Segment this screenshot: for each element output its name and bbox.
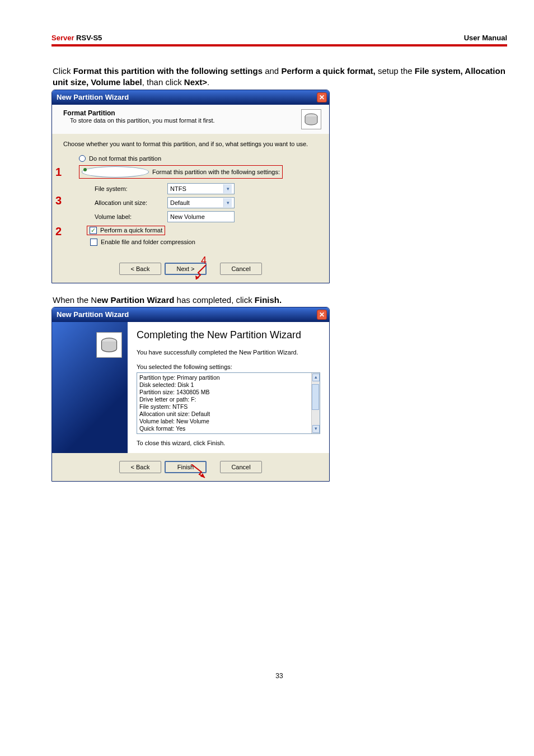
volume-label-input[interactable]: New Volume	[167, 211, 235, 222]
lead-subtitle: To store data on this partition, you mus…	[70, 117, 215, 124]
finish-button[interactable]: Finish	[165, 461, 207, 473]
chevron-down-icon: ▾	[223, 184, 232, 193]
header-right: User Manual	[464, 34, 507, 42]
check-icon: ✓	[90, 227, 97, 234]
field-volume-label: Volume label: New Volume	[95, 211, 318, 222]
field-file-system: File system: NTFS ▾	[95, 183, 318, 194]
i1-b1: Format this partition with the following…	[73, 66, 263, 76]
i2-b2: Finish.	[255, 295, 282, 305]
next-button[interactable]: Next > 4	[165, 263, 207, 275]
back-label: < Back	[131, 265, 150, 272]
i2-mid: has completed, click	[174, 295, 254, 305]
list-item: Volume label: New Volume	[139, 418, 311, 425]
back-button[interactable]: < Back	[119, 461, 161, 473]
page-header: Server RSV-S5 User Manual	[51, 34, 507, 44]
arrow-icon	[195, 265, 209, 279]
new-partition-wizard-format: New Partition Wizard ✕ Format Partition …	[51, 90, 330, 283]
i1-b2: Perform a quick format,	[281, 66, 375, 76]
page-number: 33	[51, 672, 507, 680]
format-prompt: Choose whether you want to format this p…	[63, 141, 318, 147]
list-item: Partition size: 1430805 MB	[139, 389, 311, 396]
i2-pre: When the N	[53, 295, 97, 305]
callout-4: 4	[201, 255, 207, 267]
radio-do-not-format[interactable]: Do not format this partition	[79, 155, 318, 162]
cancel-button[interactable]: Cancel	[220, 461, 262, 473]
wizard-buttons: < Back Next > 4 Cancel	[52, 255, 329, 283]
vl-value: New Volume	[170, 213, 205, 220]
window-title: New Partition Wizard	[57, 310, 129, 319]
header-server: Server	[51, 34, 74, 42]
list-item: Quick format: Yes	[139, 425, 311, 432]
window-title: New Partition Wizard	[57, 93, 129, 101]
callout-3: 3	[55, 194, 62, 207]
radio-label-yes: Format this partition with the following…	[152, 169, 280, 175]
complete-done-text: You have successfully completed the New …	[137, 349, 320, 356]
scrollbar[interactable]: ▴ ▾	[311, 373, 320, 433]
i1-end: .	[207, 77, 209, 87]
quick-format-label: Perform a quick format	[100, 227, 162, 234]
cancel-label: Cancel	[231, 265, 250, 272]
radio-icon	[79, 155, 86, 162]
fs-label: File system:	[95, 185, 167, 192]
au-label: Allocation unit size:	[95, 199, 167, 206]
chevron-down-icon: ▾	[223, 198, 232, 207]
next-label: Next >	[176, 265, 194, 272]
settings-summary-list[interactable]: Partition type: Primary partition Disk s…	[137, 372, 320, 434]
list-item: Allocation unit size: Default	[139, 410, 311, 418]
instruction-1: Click Format this partition with the fol…	[51, 66, 507, 88]
i2-b1: ew Partition Wizard	[97, 295, 174, 305]
new-partition-wizard-complete: New Partition Wizard ✕ Completing the Ne…	[51, 307, 330, 482]
wizard-lead: Format Partition To store data on this p…	[52, 105, 329, 134]
wizard-buttons: < Back Finish Cancel	[52, 453, 329, 481]
disk-icon	[301, 109, 321, 129]
finish-label: Finish	[177, 464, 194, 470]
list-item: Drive letter or path: F:	[139, 396, 311, 403]
au-value: Default	[170, 199, 190, 206]
list-item: Disk selected: Disk 1	[139, 381, 311, 389]
checkbox-enable-compression[interactable]: Enable file and folder compression	[90, 239, 318, 246]
checkbox-quick-format[interactable]: ✓ Perform a quick format	[87, 226, 318, 235]
titlebar[interactable]: New Partition Wizard ✕	[52, 90, 329, 105]
lead-title: Format Partition	[63, 109, 215, 117]
list-item: Partition type: Primary partition	[139, 374, 311, 381]
wizard-banner	[52, 322, 128, 453]
scroll-down-icon[interactable]: ▾	[312, 425, 320, 433]
i1-m1: and	[263, 66, 281, 76]
i1-pre: Click	[53, 66, 73, 76]
close-instruction: To close this wizard, click Finish.	[137, 440, 320, 446]
header-left: Server RSV-S5	[51, 34, 102, 42]
header-model: RSV-S5	[74, 34, 102, 42]
fs-value: NTFS	[170, 185, 186, 192]
radio-format-with-settings[interactable]: Format this partition with the following…	[79, 165, 318, 179]
check-icon	[90, 239, 97, 246]
field-allocation-unit: Allocation unit size: Default ▾	[95, 197, 318, 208]
allocation-unit-select[interactable]: Default ▾	[167, 197, 235, 208]
i1-m2: setup the	[376, 66, 415, 76]
i1-b4: Next>	[184, 77, 207, 87]
radio-label-no: Do not format this partition	[89, 155, 161, 162]
complete-selected-label: You selected the following settings:	[137, 363, 320, 370]
i1-m3: , than click	[142, 77, 184, 87]
scroll-up-icon[interactable]: ▴	[312, 374, 320, 381]
header-rule	[51, 44, 507, 46]
back-button[interactable]: < Back	[119, 263, 161, 275]
instruction-2: When the New Partition Wizard has comple…	[51, 295, 507, 306]
callout-1: 1	[55, 166, 62, 179]
radio-icon	[82, 166, 149, 178]
back-label: < Back	[131, 464, 150, 470]
vl-label: Volume label:	[95, 213, 167, 220]
callout-2: 2	[55, 225, 62, 238]
close-icon[interactable]: ✕	[317, 310, 327, 320]
file-system-select[interactable]: NTFS ▾	[167, 183, 235, 194]
cancel-button[interactable]: Cancel	[220, 263, 262, 275]
list-item: File system: NTFS	[139, 403, 311, 410]
close-icon[interactable]: ✕	[317, 92, 327, 102]
cancel-label: Cancel	[231, 464, 250, 470]
scroll-thumb[interactable]	[312, 384, 319, 410]
compression-label: Enable file and folder compression	[101, 239, 195, 245]
complete-heading: Completing the New Partition Wizard	[137, 330, 320, 341]
disk-icon	[96, 332, 122, 358]
titlebar[interactable]: New Partition Wizard ✕	[52, 307, 329, 322]
